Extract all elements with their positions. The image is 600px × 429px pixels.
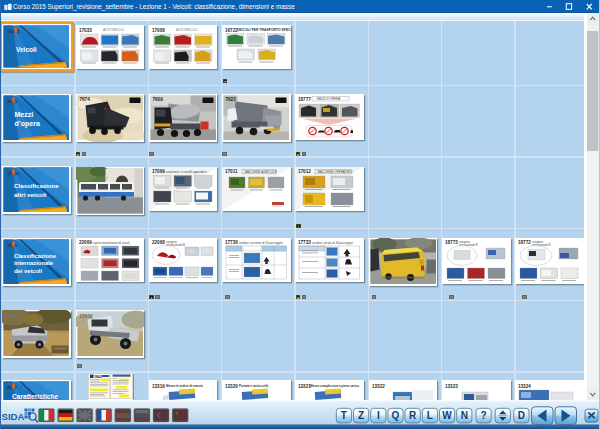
- svg-text:17069: 17069: [152, 169, 165, 174]
- svg-text:T: T: [341, 410, 347, 421]
- svg-text:17922: 17922: [6, 314, 19, 319]
- svg-text:18773: 18773: [445, 241, 458, 246]
- svg-text:13322: 13322: [372, 384, 385, 389]
- svg-text:R: R: [409, 410, 417, 421]
- svg-text:17939: 17939: [79, 314, 92, 319]
- svg-text:17012: 17012: [298, 169, 311, 174]
- svg-text:d’opera: d’opera: [15, 120, 40, 128]
- svg-text:7622: 7622: [226, 97, 237, 102]
- svg-text:21: 21: [15, 171, 20, 176]
- svg-text:I: I: [377, 410, 380, 421]
- svg-text:VEICOLI PER TRASPORTO SPECIFIC: VEICOLI PER TRASPORTO SPECIFICO: [237, 28, 291, 32]
- svg-text:MACCHINE OPERATRICI: MACCHINE OPERATRICI: [318, 170, 353, 174]
- svg-text:autobus con more di 16 passegg: autobus con more di 16 passeggeri: [239, 241, 283, 245]
- svg-text:D: D: [518, 410, 525, 421]
- svg-text:Q: Q: [392, 410, 400, 421]
- svg-text:Massa complessiva a pieno cari: Massa complessiva a pieno carico: [310, 384, 359, 388]
- svg-text:43: 43: [7, 385, 12, 390]
- svg-text:AUTOVEICOLI: AUTOVEICOLI: [176, 27, 197, 31]
- svg-text:17011: 17011: [225, 169, 238, 174]
- svg-text:18777: 18777: [298, 97, 311, 102]
- svg-text:17736: 17736: [225, 241, 238, 246]
- svg-text:Veicoli: Veicoli: [16, 46, 37, 53]
- svg-text:154: 154: [7, 29, 15, 34]
- svg-text:13324: 13324: [518, 384, 531, 389]
- svg-text:7609: 7609: [152, 97, 163, 102]
- svg-text:43: 43: [7, 99, 12, 104]
- svg-text:AUTOVEICOLI: AUTOVEICOLI: [103, 27, 124, 31]
- svg-text:13316: 13316: [152, 384, 165, 389]
- svg-text:Classificazione: Classificazione: [14, 253, 57, 259]
- svg-text:Mezzi: Mezzi: [15, 111, 34, 118]
- svg-text:18772: 18772: [518, 241, 531, 246]
- svg-text:22069: 22069: [79, 241, 92, 246]
- svg-text:22068: 22068: [152, 241, 165, 246]
- svg-text:Classificazione: Classificazione: [14, 182, 59, 189]
- svg-text:MACCHINE AGRICOLE: MACCHINE AGRICOLE: [245, 170, 277, 174]
- svg-text:Z: Z: [358, 410, 364, 421]
- svg-text:autotreni/c e carrelli appendi: autotreni/c e carrelli appendice: [166, 170, 207, 174]
- svg-text:1802: 1802: [94, 375, 102, 379]
- svg-text:W: W: [442, 410, 452, 421]
- svg-text:13323: 13323: [445, 384, 458, 389]
- svg-text:93: 93: [7, 243, 12, 248]
- svg-text:L: L: [427, 410, 433, 421]
- svg-text:SIDA: SIDA: [2, 411, 25, 422]
- svg-text:17733: 17733: [298, 241, 311, 246]
- svg-text:?: ?: [481, 410, 487, 421]
- svg-text:autobus con più di 16 passegge: autobus con più di 16 passeggeri: [312, 241, 353, 245]
- svg-text:7674: 7674: [79, 97, 90, 102]
- svg-text:17: 17: [7, 171, 12, 176]
- svg-text:17008: 17008: [152, 27, 165, 32]
- svg-text:MEZZI D’OPERA: MEZZI D’OPERA: [317, 97, 340, 101]
- svg-text:sporto internazionali di veico: sporto internazionali di veicoli: [93, 241, 130, 245]
- svg-text:Portata e carico utile: Portata e carico utile: [239, 384, 269, 388]
- svg-text:Massa in ordine di marcia: Massa in ordine di marcia: [166, 384, 203, 388]
- svg-text:dei veicoli: dei veicoli: [14, 268, 42, 274]
- svg-text:17033: 17033: [79, 27, 92, 32]
- svg-text:altri veicoli: altri veicoli: [14, 191, 47, 198]
- svg-text:13320: 13320: [225, 384, 238, 389]
- svg-text:Caratteristiche: Caratteristiche: [12, 393, 59, 400]
- svg-text:N: N: [461, 410, 468, 421]
- svg-text:internazionale: internazionale: [14, 260, 54, 266]
